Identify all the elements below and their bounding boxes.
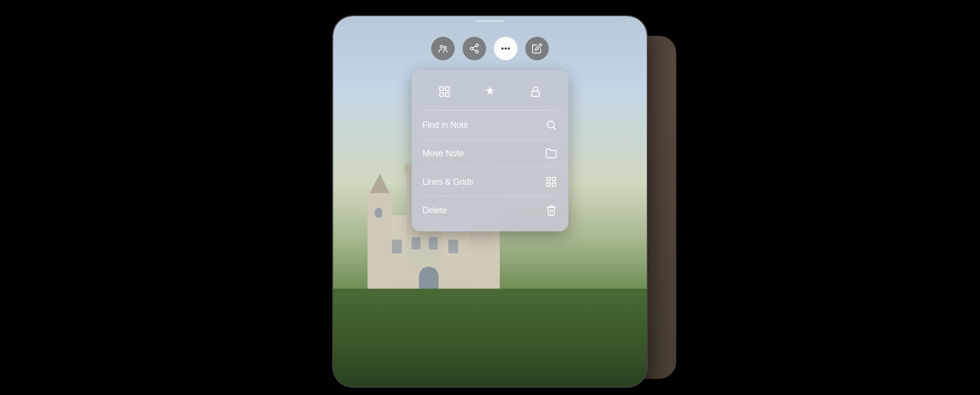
move-note-item[interactable]: Move Note bbox=[412, 139, 568, 168]
collaborate-button[interactable] bbox=[431, 37, 455, 60]
svg-point-22 bbox=[476, 44, 479, 47]
grid-icon-container bbox=[545, 175, 558, 188]
delete-label: Delete bbox=[422, 205, 447, 216]
dropdown-menu: Find in Note Move Note bbox=[412, 70, 568, 231]
edit-button[interactable] bbox=[525, 37, 549, 60]
search-icon bbox=[545, 119, 557, 131]
svg-rect-34 bbox=[547, 177, 550, 181]
lines-grids-label: Lines & Grids bbox=[422, 177, 473, 187]
pin-icon bbox=[484, 85, 496, 98]
trash-icon-container bbox=[545, 204, 558, 217]
svg-rect-32 bbox=[532, 91, 539, 97]
trash-icon bbox=[545, 204, 557, 216]
svg-rect-37 bbox=[552, 183, 556, 186]
svg-rect-15 bbox=[412, 237, 420, 249]
svg-rect-12 bbox=[375, 208, 382, 218]
svg-rect-17 bbox=[448, 240, 458, 253]
pin-button[interactable] bbox=[479, 81, 501, 102]
svg-rect-35 bbox=[552, 177, 556, 181]
svg-point-23 bbox=[470, 47, 473, 50]
svg-rect-28 bbox=[440, 87, 443, 91]
lines-grids-item[interactable]: Lines & Grids bbox=[412, 168, 568, 196]
move-note-label: Move Note bbox=[422, 148, 464, 159]
svg-rect-2 bbox=[404, 164, 412, 173]
more-icon bbox=[500, 43, 511, 54]
svg-rect-7 bbox=[368, 191, 392, 289]
find-in-note-label: Find in Note bbox=[422, 120, 468, 130]
share-icon bbox=[469, 43, 480, 54]
svg-point-27 bbox=[508, 48, 510, 49]
folder-icon-container bbox=[545, 147, 558, 160]
search-icon-container bbox=[545, 119, 558, 131]
svg-marker-8 bbox=[370, 173, 390, 193]
svg-point-25 bbox=[502, 48, 503, 49]
checklist-icon bbox=[438, 85, 451, 98]
svg-rect-16 bbox=[429, 237, 438, 249]
grid-icon bbox=[545, 176, 557, 188]
delete-item[interactable]: Delete bbox=[412, 196, 568, 224]
edit-icon bbox=[532, 43, 542, 54]
svg-point-21 bbox=[444, 47, 446, 49]
svg-rect-30 bbox=[440, 93, 443, 97]
checklist-button[interactable] bbox=[434, 81, 455, 102]
lock-button[interactable] bbox=[525, 81, 546, 102]
svg-rect-29 bbox=[445, 87, 449, 91]
svg-rect-31 bbox=[445, 93, 449, 97]
find-in-note-item[interactable]: Find in Note bbox=[412, 111, 568, 139]
svg-rect-14 bbox=[392, 240, 402, 253]
share-button[interactable] bbox=[463, 37, 486, 60]
collaborate-icon bbox=[438, 43, 448, 54]
more-button[interactable] bbox=[494, 37, 517, 60]
svg-rect-36 bbox=[547, 183, 550, 186]
svg-point-26 bbox=[505, 48, 507, 49]
trees-foreground bbox=[333, 289, 647, 387]
notch bbox=[475, 20, 505, 22]
svg-point-20 bbox=[441, 46, 443, 49]
folder-icon bbox=[545, 148, 557, 159]
toolbar bbox=[333, 37, 647, 60]
svg-point-33 bbox=[547, 121, 554, 128]
lock-icon bbox=[529, 85, 542, 98]
menu-icon-row bbox=[412, 77, 568, 110]
svg-point-24 bbox=[476, 50, 479, 53]
ipad-frame: Find in Note Move Note bbox=[333, 16, 647, 387]
